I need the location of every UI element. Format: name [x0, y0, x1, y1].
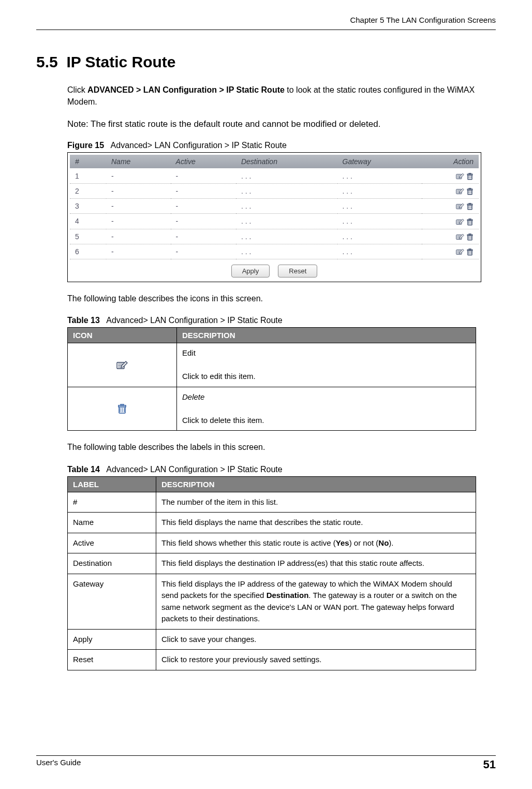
col-dest: Destination: [236, 155, 337, 168]
figure-label: Figure 15: [67, 141, 104, 150]
section-number: 5.5: [36, 53, 58, 70]
cell-num: 2: [70, 183, 106, 198]
cell-gw: . . .: [337, 214, 422, 229]
svg-rect-15: [469, 218, 471, 219]
footer-page: 51: [483, 758, 496, 771]
cell-name: -: [106, 183, 171, 198]
cell-active: -: [171, 214, 236, 229]
t13-delete-name: Delete: [182, 392, 204, 401]
icons-intro: The following table describes the icons …: [67, 293, 496, 304]
t13-edit-name: Edit: [182, 348, 196, 357]
svg-rect-3: [469, 173, 471, 173]
t14-r0-l: #: [68, 492, 156, 513]
trash-icon[interactable]: [466, 232, 474, 241]
svg-rect-19: [469, 234, 471, 235]
cell-active: -: [171, 168, 236, 183]
cell-num: 1: [70, 168, 106, 183]
header-rule: [36, 30, 496, 30]
t14-r1-l: Name: [68, 513, 156, 533]
t13-head-desc: DESCRIPTION: [177, 328, 476, 343]
edit-icon[interactable]: [456, 247, 464, 256]
t14-r5-l: Apply: [68, 629, 156, 650]
intro-path: ADVANCED > LAN Configuration > IP Static…: [87, 85, 285, 94]
t14-r5-d: Click to save your changes.: [156, 629, 476, 650]
cell-active: -: [171, 229, 236, 244]
cell-gw: . . .: [337, 183, 422, 198]
table-row: 1--. . .. . .: [70, 168, 479, 183]
cell-active: -: [171, 183, 236, 198]
apply-button[interactable]: Apply: [231, 265, 270, 277]
cell-gw: . . .: [337, 198, 422, 213]
svg-rect-11: [469, 203, 471, 204]
edit-icon[interactable]: [456, 217, 464, 225]
table14-caption: Table 14 Advanced> LAN Configuration > I…: [67, 465, 496, 474]
table13: ICON DESCRIPTION Edit Click to edit this…: [67, 327, 476, 431]
col-gw: Gateway: [337, 155, 422, 168]
col-name: Name: [106, 155, 171, 168]
t14-r2-l: Active: [68, 533, 156, 553]
trash-icon[interactable]: [466, 247, 474, 256]
reset-button[interactable]: Reset: [278, 265, 317, 277]
t14-r0-d: The number of the item in this list.: [156, 492, 476, 513]
footer-guide: User's Guide: [36, 758, 81, 771]
cell-active: -: [171, 198, 236, 213]
cell-name: -: [106, 244, 171, 259]
table-row: 2--. . .. . .: [70, 183, 479, 198]
t13-edit-text: Click to edit this item.: [182, 372, 256, 381]
note-text: Note: The first static route is the defa…: [67, 119, 496, 129]
cell-action: [422, 198, 479, 213]
edit-icon[interactable]: [456, 232, 464, 241]
edit-icon[interactable]: [456, 202, 464, 210]
edit-icon[interactable]: [456, 187, 464, 195]
trash-icon[interactable]: [466, 187, 474, 195]
t13-delete-desc: Delete Click to delete this item.: [177, 387, 476, 431]
t13-edit-icon-cell: [68, 343, 177, 387]
trash-icon[interactable]: [466, 171, 474, 180]
cell-dest: . . .: [236, 214, 337, 229]
trash-icon[interactable]: [466, 202, 474, 210]
cell-gw: . . .: [337, 168, 422, 183]
svg-rect-23: [469, 249, 471, 250]
cell-num: 3: [70, 198, 106, 213]
trash-icon[interactable]: [466, 217, 474, 225]
table13-caption: Table 13 Advanced> LAN Configuration > I…: [67, 316, 496, 325]
t13-edit-desc: Edit Click to edit this item.: [177, 343, 476, 387]
cell-name: -: [106, 229, 171, 244]
table-row: 4--. . .. . .: [70, 214, 479, 229]
cell-num: 5: [70, 229, 106, 244]
col-num: #: [70, 155, 106, 168]
table14-caption-text: Advanced> LAN Configuration > IP Static …: [106, 465, 282, 474]
cell-num: 6: [70, 244, 106, 259]
routes-table: # Name Active Destination Gateway Action…: [70, 155, 479, 259]
t14-r3-l: Destination: [68, 553, 156, 574]
intro-prefix: Click: [67, 85, 87, 94]
t14-r1-d: This field displays the name that descri…: [156, 513, 476, 533]
cell-dest: . . .: [236, 168, 337, 183]
table-row: 3--. . .. . .: [70, 198, 479, 213]
cell-gw: . . .: [337, 229, 422, 244]
table13-caption-text: Advanced> LAN Configuration > IP Static …: [106, 316, 282, 325]
t13-delete-icon-cell: [68, 387, 177, 431]
edit-icon: [116, 361, 128, 370]
t14-r3-d: This field displays the destination IP a…: [156, 553, 476, 574]
col-active: Active: [171, 155, 236, 168]
cell-active: -: [171, 244, 236, 259]
footer: User's Guide 51: [36, 755, 496, 771]
cell-dest: . . .: [236, 244, 337, 259]
labels-intro: The following table describes the labels…: [67, 441, 496, 453]
section-name: IP Static Route: [66, 53, 175, 70]
cell-action: [422, 214, 479, 229]
cell-name: -: [106, 168, 171, 183]
cell-dest: . . .: [236, 229, 337, 244]
cell-gw: . . .: [337, 244, 422, 259]
chapter-header: Chapter 5 The LAN Configuration Screens: [36, 16, 496, 24]
edit-icon[interactable]: [456, 171, 464, 180]
svg-rect-27: [121, 404, 124, 405]
figure-screenshot: # Name Active Destination Gateway Action…: [67, 152, 481, 282]
trash-icon: [117, 404, 127, 414]
cell-num: 4: [70, 214, 106, 229]
t14-r4-d: This field displays the IP address of th…: [156, 574, 476, 629]
figure-caption-text: Advanced> LAN Configuration > IP Static …: [111, 141, 287, 150]
intro-paragraph: Click ADVANCED > LAN Configuration > IP …: [67, 84, 496, 108]
svg-rect-7: [469, 188, 471, 189]
